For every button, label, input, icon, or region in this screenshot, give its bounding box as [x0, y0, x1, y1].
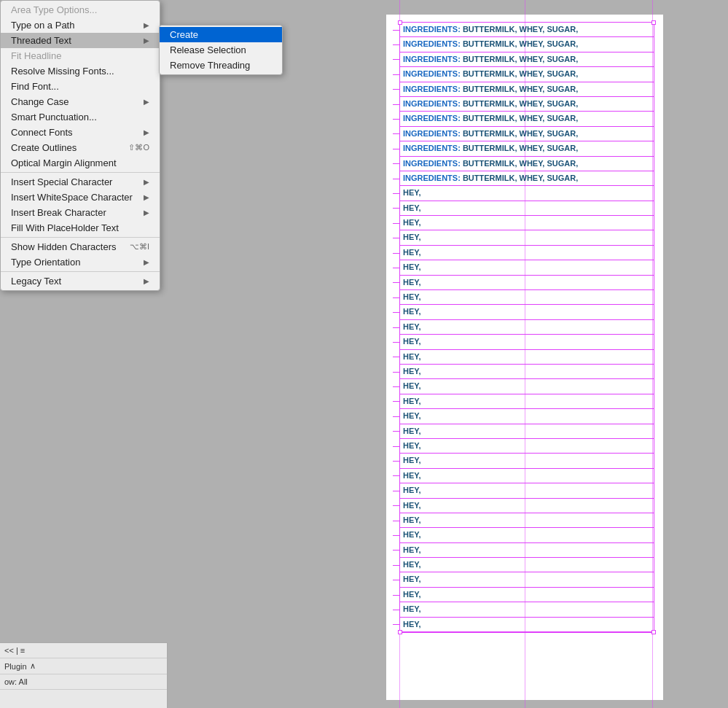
text-ingredients-line: INGREDIENTS: BUTTERMILK, WHEY, SUGAR, [400, 23, 654, 37]
submenu-item-create[interactable]: Create [160, 27, 282, 42]
menu-item-smart-punctuation[interactable]: Smart Punctuation... [1, 109, 160, 125]
text-ingredients-line: INGREDIENTS: BUTTERMILK, WHEY, SUGAR, [400, 82, 654, 97]
arrow-icon-insert-break: ▶ [144, 209, 149, 217]
text-hey-line: HEY, [400, 424, 654, 439]
arrow-icon-type-on-path: ▶ [144, 21, 149, 29]
text-hey-line: HEY, [400, 409, 654, 424]
text-hey-line: HEY, [400, 276, 654, 290]
text-hey-line: HEY, [400, 439, 654, 454]
menu-label-resolve-missing-fonts: Resolve Missing Fonts... [11, 66, 114, 77]
text-ingredients-line: INGREDIENTS: BUTTERMILK, WHEY, SUGAR, [400, 171, 654, 186]
text-ingredients-line: INGREDIENTS: BUTTERMILK, WHEY, SUGAR, [400, 67, 654, 82]
text-frame: INGREDIENTS: BUTTERMILK, WHEY, SUGAR,ING… [399, 22, 654, 633]
menu-item-connect-fonts[interactable]: Connect Fonts ▶ [1, 125, 160, 140]
text-hey-line: HEY, [400, 335, 654, 349]
menu-item-create-outlines[interactable]: Create Outlines ⇧⌘O [1, 140, 160, 155]
menu-item-legacy-text[interactable]: Legacy Text ▶ [1, 273, 160, 289]
menu-label-create-outlines: Create Outlines [11, 142, 77, 153]
text-hey-line: HEY, [400, 201, 654, 216]
text-hey-line: HEY, [400, 469, 654, 483]
menu-label-fit-headline: Fit Headline [11, 50, 61, 61]
text-ingredients-line: INGREDIENTS: BUTTERMILK, WHEY, SUGAR, [400, 112, 654, 126]
arrow-icon-threaded-text: ▶ [144, 36, 149, 44]
submenu-item-release-selection[interactable]: Release Selection [160, 42, 282, 58]
menu-item-resolve-missing-fonts[interactable]: Resolve Missing Fonts... [1, 63, 160, 79]
bottom-panel-icons: << | ≡ [4, 646, 25, 655]
text-hey-line: HEY, [400, 350, 654, 365]
menu-label-type-orientation: Type Orientation [11, 257, 80, 268]
text-hey-line: HEY, [400, 483, 654, 498]
threaded-text-submenu: Create Release Selection Remove Threadin… [159, 25, 283, 75]
menu-label-threaded-text: Threaded Text [11, 35, 71, 46]
arrow-icon-insert-special: ▶ [144, 178, 149, 186]
type-menu: Area Type Options... Type on a Path ▶ Th… [0, 0, 160, 291]
menu-label-connect-fonts: Connect Fonts [11, 127, 73, 138]
text-ingredients-line: INGREDIENTS: BUTTERMILK, WHEY, SUGAR, [400, 52, 654, 67]
menu-item-type-orientation[interactable]: Type Orientation ▶ [1, 254, 160, 270]
text-hey-line: HEY, [400, 528, 654, 542]
menu-label-smart-punctuation: Smart Punctuation... [11, 112, 97, 122]
arrow-icon-legacy-text: ▶ [144, 277, 149, 285]
menu-item-type-on-path[interactable]: Type on a Path ▶ [1, 17, 160, 33]
arrow-icon-type-orientation: ▶ [144, 258, 149, 266]
text-hey-line: HEY, [400, 290, 654, 305]
arrow-icon-change-case: ▶ [144, 98, 149, 106]
text-hey-line: HEY, [400, 246, 654, 260]
menu-item-change-case[interactable]: Change Case ▶ [1, 94, 160, 109]
menu-label-insert-whitespace: Insert WhiteSpace Character [11, 192, 133, 203]
text-hey-line: HEY, [400, 602, 654, 617]
menu-item-threaded-text[interactable]: Threaded Text ▶ [1, 33, 160, 48]
submenu-item-remove-threading[interactable]: Remove Threading [160, 58, 282, 73]
menu-label-show-hidden: Show Hidden Characters [11, 241, 117, 252]
text-ingredients-line: INGREDIENTS: BUTTERMILK, WHEY, SUGAR, [400, 127, 654, 141]
text-hey-line: HEY, [400, 305, 654, 319]
menu-item-area-type-options[interactable]: Area Type Options... [1, 2, 160, 17]
text-hey-line: HEY, [400, 499, 654, 513]
bottom-panel-plugin-label: Plugin [4, 662, 27, 671]
shortcut-show-hidden: ⌥⌘I [130, 242, 149, 252]
separator-2 [1, 237, 160, 238]
submenu-label-release-selection: Release Selection [170, 44, 246, 55]
text-hey-line: HEY, [400, 618, 654, 632]
menu-item-insert-special[interactable]: Insert Special Character ▶ [1, 174, 160, 190]
shortcut-create-outlines: ⇧⌘O [128, 143, 149, 152]
text-ingredients-line: INGREDIENTS: BUTTERMILK, WHEY, SUGAR, [400, 37, 654, 52]
menu-label-find-font: Find Font... [11, 81, 59, 92]
submenu-label-create: Create [170, 29, 198, 40]
menu-label-area-type-options: Area Type Options... [11, 4, 97, 15]
text-hey-line: HEY, [400, 572, 654, 587]
text-hey-line: HEY, [400, 588, 654, 602]
text-hey-line: HEY, [400, 558, 654, 572]
text-hey-line: HEY, [400, 513, 654, 528]
menu-label-insert-special: Insert Special Character [11, 176, 112, 187]
text-hey-line: HEY, [400, 454, 654, 468]
frame-handle [651, 630, 656, 634]
menu-item-find-font[interactable]: Find Font... [1, 79, 160, 94]
text-ingredients-line: INGREDIENTS: BUTTERMILK, WHEY, SUGAR, [400, 157, 654, 171]
menu-label-type-on-path: Type on a Path [11, 20, 74, 31]
bottom-panel-view-label: ow: All [4, 677, 28, 686]
arrow-icon-connect-fonts: ▶ [144, 128, 149, 136]
bottom-panel: << | ≡ Plugin ∧ ow: All [0, 642, 168, 708]
text-hey-line: HEY, [400, 543, 654, 558]
bottom-panel-row-2[interactable]: Plugin ∧ [0, 658, 167, 674]
submenu-label-remove-threading: Remove Threading [170, 60, 250, 71]
text-hey-line: HEY, [400, 216, 654, 230]
arrow-icon-insert-whitespace: ▶ [144, 193, 149, 201]
menu-label-insert-break: Insert Break Character [11, 207, 106, 218]
menu-item-optical-margin[interactable]: Optical Margin Alignment [1, 155, 160, 171]
menu-item-insert-whitespace[interactable]: Insert WhiteSpace Character ▶ [1, 190, 160, 205]
menu-item-fill-placeholder[interactable]: Fill With PlaceHolder Text [1, 220, 160, 236]
menu-label-optical-margin: Optical Margin Alignment [11, 157, 117, 168]
menu-item-fit-headline[interactable]: Fit Headline [1, 48, 160, 63]
text-ingredients-line: INGREDIENTS: BUTTERMILK, WHEY, SUGAR, [400, 141, 654, 156]
text-ingredients-line: INGREDIENTS: BUTTERMILK, WHEY, SUGAR, [400, 97, 654, 112]
bottom-panel-row-1: << | ≡ [0, 643, 167, 658]
text-hey-line: HEY, [400, 379, 654, 394]
text-hey-line: HEY, [400, 365, 654, 379]
menu-label-legacy-text: Legacy Text [11, 276, 61, 287]
text-hey-line: HEY, [400, 230, 654, 245]
menu-item-insert-break[interactable]: Insert Break Character ▶ [1, 205, 160, 220]
menu-label-change-case: Change Case [11, 96, 69, 107]
menu-item-show-hidden[interactable]: Show Hidden Characters ⌥⌘I [1, 239, 160, 254]
